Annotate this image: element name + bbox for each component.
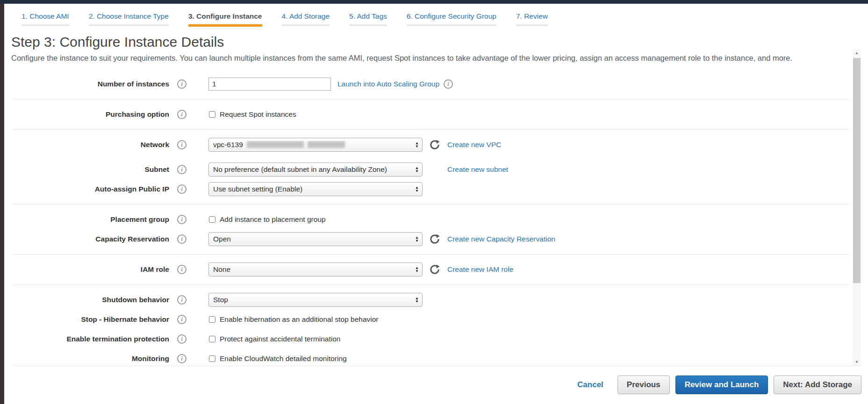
subnet-label: Subnet	[13, 165, 169, 174]
form-row-shutdown-behavior: Shutdown behavior i Stop ▲▼	[13, 292, 849, 308]
tab-underline	[22, 24, 69, 26]
info-icon[interactable]: i	[177, 184, 187, 194]
form-row-placement-group: Placement group i Add instance to placem…	[13, 212, 849, 227]
select-arrows-icon: ▲▼	[415, 166, 419, 173]
wizard-step-tabs: 1. Choose AMI 2. Choose Instance Type 3.…	[20, 10, 868, 27]
tab-choose-ami[interactable]: 1. Choose AMI	[20, 10, 71, 27]
separator	[13, 284, 849, 285]
info-icon[interactable]: i	[177, 79, 187, 89]
info-icon[interactable]: i	[177, 215, 187, 224]
select-arrows-icon: ▲▼	[415, 297, 419, 303]
launch-into-auto-scaling-group-link[interactable]: Launch into Auto Scaling Group	[337, 80, 439, 88]
window-left-edge	[0, 4, 4, 404]
capacity-reservation-label: Capacity Reservation	[13, 235, 169, 243]
separator	[13, 129, 849, 130]
shutdown-behavior-select[interactable]: Stop ▲▼	[208, 293, 423, 307]
refresh-icon[interactable]	[430, 234, 440, 244]
info-icon[interactable]: i	[177, 295, 187, 305]
info-icon[interactable]: i	[177, 265, 187, 274]
shutdown-behavior-value: Stop	[213, 296, 413, 304]
select-arrows-icon: ▲▼	[415, 142, 419, 148]
request-spot-instances-checkbox[interactable]	[209, 111, 215, 118]
shutdown-behavior-label: Shutdown behavior	[13, 296, 169, 304]
tab-underline-active	[188, 24, 262, 27]
window-top-bar	[0, 0, 868, 4]
create-new-iam-role-link[interactable]: Create new IAM role	[447, 265, 513, 274]
form-row-stop-hibernate-behavior: Stop - Hibernate behavior i Enable hiber…	[13, 312, 849, 327]
scrollbar[interactable]: ▲ ▼	[853, 49, 861, 366]
info-icon[interactable]: i	[177, 234, 187, 244]
review-and-launch-button[interactable]: Review and Launch	[675, 376, 768, 394]
tab-add-storage[interactable]: 4. Add Storage	[280, 10, 332, 27]
info-icon[interactable]: i	[177, 140, 187, 149]
tab-choose-instance-type[interactable]: 2. Choose Instance Type	[87, 10, 171, 27]
iam-role-value: None	[213, 265, 413, 274]
create-new-subnet-link[interactable]: Create new subnet	[447, 165, 508, 174]
refresh-icon[interactable]	[430, 264, 440, 275]
tab-configure-security-group[interactable]: 6. Configure Security Group	[405, 10, 498, 27]
request-spot-instances-text: Request Spot instances	[220, 110, 296, 119]
configure-instance-form: Number of instances i Launch into Auto S…	[0, 76, 868, 366]
tab-underline	[516, 24, 548, 26]
scrollbar-down-icon[interactable]: ▼	[853, 358, 861, 366]
tab-underline	[89, 24, 169, 26]
create-new-capacity-reservation-link[interactable]: Create new Capacity Reservation	[447, 235, 555, 243]
tab-label: 5. Add Tags	[349, 10, 387, 24]
tab-label: 6. Configure Security Group	[407, 10, 496, 24]
capacity-reservation-value: Open	[213, 235, 413, 243]
info-icon[interactable]: i	[177, 354, 187, 363]
select-arrows-icon: ▲▼	[415, 186, 419, 192]
termination-protection-text: Protect against accidental termination	[220, 335, 340, 343]
monitoring-label: Monitoring	[13, 354, 169, 363]
cancel-link[interactable]: Cancel	[577, 380, 603, 390]
info-icon[interactable]: i	[177, 165, 187, 174]
tab-add-tags[interactable]: 5. Add Tags	[347, 10, 389, 27]
scrollbar-thumb[interactable]	[853, 58, 861, 283]
cloudwatch-monitoring-checkbox[interactable]	[209, 355, 215, 362]
next-add-storage-button[interactable]: Next: Add Storage	[774, 376, 861, 394]
auto-assign-public-ip-select[interactable]: Use subnet setting (Enable) ▲▼	[208, 182, 423, 196]
placement-group-checkbox[interactable]	[209, 216, 215, 223]
tab-configure-instance[interactable]: 3. Configure Instance	[187, 10, 264, 27]
number-of-instances-label: Number of instances	[13, 80, 169, 88]
network-label: Network	[13, 141, 169, 149]
iam-role-select[interactable]: None ▲▼	[208, 262, 423, 276]
tab-label: 4. Add Storage	[282, 10, 330, 24]
form-row-purchasing-option: Purchasing option i Request Spot instanc…	[13, 106, 849, 122]
tab-label: 1. Choose AMI	[22, 10, 69, 24]
info-icon[interactable]: i	[177, 315, 187, 324]
tab-review[interactable]: 7. Review	[514, 10, 550, 27]
placement-group-label: Placement group	[13, 215, 169, 224]
hibernation-checkbox[interactable]	[209, 316, 215, 323]
cloudwatch-monitoring-text: Enable CloudWatch detailed monitoring	[220, 354, 347, 363]
form-row-number-of-instances: Number of instances i Launch into Auto S…	[13, 76, 849, 92]
refresh-icon[interactable]	[430, 140, 440, 150]
info-icon[interactable]: i	[177, 334, 187, 344]
page-title: Step 3: Configure Instance Details	[11, 34, 868, 50]
create-new-vpc-link[interactable]: Create new VPC	[447, 141, 501, 149]
previous-button[interactable]: Previous	[617, 376, 670, 394]
scrollbar-up-icon[interactable]: ▲	[853, 49, 861, 57]
termination-protection-label: Enable termination protection	[13, 335, 169, 343]
network-select[interactable]: vpc-6139 ▲▼	[208, 138, 423, 152]
page-description: Configure the instance to suit your requ…	[11, 53, 841, 64]
subnet-select-value: No preference (default subnet in any Ava…	[213, 165, 413, 174]
auto-assign-public-ip-value: Use subnet setting (Enable)	[213, 185, 413, 193]
tab-underline	[407, 24, 496, 26]
info-icon[interactable]: i	[177, 110, 187, 119]
subnet-select[interactable]: No preference (default subnet in any Ava…	[208, 163, 423, 177]
tab-label: 7. Review	[516, 10, 548, 24]
hibernation-text: Enable hibernation as an additional stop…	[220, 315, 379, 324]
form-row-capacity-reservation: Capacity Reservation i Open ▲▼ Create ne…	[13, 231, 849, 247]
redacted-text	[308, 141, 345, 148]
stop-hibernate-behavior-label: Stop - Hibernate behavior	[13, 315, 169, 324]
number-of-instances-input[interactable]	[208, 78, 331, 91]
redacted-text	[247, 141, 304, 148]
info-icon[interactable]: i	[444, 79, 453, 89]
capacity-reservation-select[interactable]: Open ▲▼	[208, 232, 423, 246]
termination-protection-checkbox[interactable]	[209, 336, 215, 342]
form-row-iam-role: IAM role i None ▲▼ Create new IAM role	[13, 262, 849, 277]
tab-label: 2. Choose Instance Type	[89, 10, 169, 24]
separator	[13, 254, 849, 255]
form-row-auto-assign-public-ip: Auto-assign Public IP i Use subnet setti…	[13, 181, 849, 197]
